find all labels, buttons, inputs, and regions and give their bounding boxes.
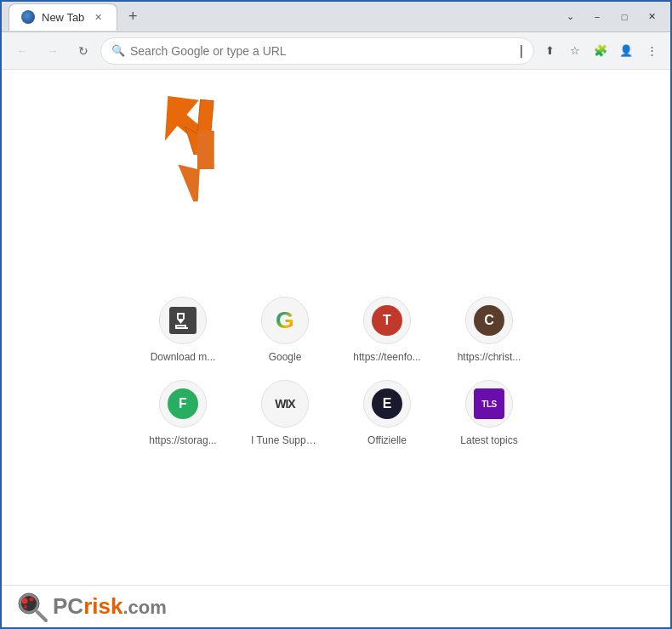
back-button[interactable]: ← <box>9 37 36 65</box>
svg-rect-5 <box>177 313 179 319</box>
bookmark-icon[interactable]: ☆ <box>563 39 587 63</box>
shortcut-storage[interactable]: F https://storag... <box>145 380 221 446</box>
shortcut-icon-offizielle: E <box>363 380 411 428</box>
extensions-icon[interactable]: 🧩 <box>589 39 612 63</box>
pcrisk-logo: PC risk .com <box>15 590 167 624</box>
risk-text: risk <box>83 593 122 620</box>
browser-toolbar: ← → ↻ 🔍 | ⬆ ☆ 🧩 👤 ⋮ <box>2 32 670 70</box>
share-icon[interactable]: ⬆ <box>538 39 561 63</box>
bottom-bar: PC risk .com <box>2 585 670 627</box>
tab-title: New Tab <box>42 11 84 24</box>
tls-icon: TLS <box>474 388 504 419</box>
shortcut-label-offizielle: Offizielle <box>367 434 407 446</box>
shortcut-label-google: Google <box>269 351 302 363</box>
shortcut-label-download: Download m... <box>151 351 216 363</box>
christ-icon: C <box>474 305 504 336</box>
teenfo-icon: T <box>372 305 402 336</box>
window-controls: ⌄ − □ ✕ <box>558 5 663 29</box>
svg-point-16 <box>24 605 27 609</box>
search-input[interactable] <box>130 44 515 58</box>
com-text: .com <box>122 597 166 619</box>
svg-point-14 <box>22 598 28 604</box>
close-button[interactable]: ✕ <box>640 5 663 29</box>
profile-icon[interactable]: 👤 <box>614 39 638 63</box>
shortcuts-grid: Download m... G Google T https://teenfo.… <box>145 297 527 446</box>
download-arrow <box>159 125 236 205</box>
forward-button[interactable]: → <box>39 37 66 65</box>
pcrisk-icon <box>15 590 49 624</box>
shortcut-icon-google: G <box>261 297 309 344</box>
pc-text: PC <box>53 593 83 620</box>
shortcut-icon-christ: C <box>465 297 513 344</box>
browser-tab[interactable]: New Tab ✕ <box>9 3 117 31</box>
shortcut-offizielle[interactable]: E Offizielle <box>349 380 425 446</box>
shortcut-icon-tls: TLS <box>465 380 513 428</box>
new-tab-button[interactable]: + <box>121 5 145 29</box>
shortcut-icon-teenfo: T <box>363 297 411 344</box>
svg-rect-11 <box>175 327 188 329</box>
svg-marker-3 <box>159 125 236 201</box>
storage-icon: F <box>168 388 198 419</box>
shortcut-icon-storage: F <box>159 380 207 428</box>
address-bar[interactable]: 🔍 | <box>100 37 534 65</box>
shortcut-label-teenfo: https://teenfo... <box>353 351 420 363</box>
wix-icon: WIX <box>275 397 294 411</box>
shortcut-label-storage: https://storag... <box>149 434 216 446</box>
shortcut-christ[interactable]: C https://christ... <box>451 297 527 363</box>
toolbar-actions: ⬆ ☆ 🧩 👤 ⋮ <box>538 39 663 63</box>
chevron-down-icon[interactable]: ⌄ <box>558 5 582 29</box>
reload-button[interactable]: ↻ <box>70 37 97 65</box>
download-icon <box>169 307 196 334</box>
shortcut-itune[interactable]: WIX I Tune Suppo... <box>247 380 323 446</box>
shortcut-download-manager[interactable]: Download m... <box>145 297 221 363</box>
tab-favicon <box>21 10 35 24</box>
svg-marker-7 <box>177 319 185 324</box>
maximize-button[interactable]: □ <box>612 5 636 29</box>
menu-icon[interactable]: ⋮ <box>640 39 663 63</box>
offizielle-icon: E <box>372 388 402 419</box>
titlebar: New Tab ✕ + ⌄ − □ ✕ <box>2 2 670 32</box>
shortcut-label-latest-topics: Latest topics <box>460 434 517 446</box>
tab-close-button[interactable]: ✕ <box>91 10 105 24</box>
svg-point-15 <box>30 597 34 601</box>
shortcut-latest-topics[interactable]: TLS Latest topics <box>451 380 527 446</box>
shortcut-icon-download <box>159 297 207 344</box>
page-content: Download m... G Google T https://teenfo.… <box>2 70 670 588</box>
shortcut-google[interactable]: G Google <box>247 297 323 363</box>
search-icon: 🔍 <box>111 44 125 57</box>
titlebar-left: New Tab ✕ + <box>9 3 145 31</box>
svg-line-17 <box>37 612 46 620</box>
shortcut-teenfo[interactable]: T https://teenfo... <box>349 297 425 363</box>
pcrisk-text: PC risk .com <box>53 593 167 620</box>
shortcut-icon-wix: WIX <box>261 380 309 428</box>
shortcut-label-christ: https://christ... <box>458 351 521 363</box>
cursor-icon: | <box>520 43 523 59</box>
svg-rect-6 <box>183 313 185 319</box>
minimize-button[interactable]: − <box>585 5 609 29</box>
shortcut-label-itune: I Tune Suppo... <box>251 434 319 446</box>
google-icon: G <box>276 307 294 334</box>
